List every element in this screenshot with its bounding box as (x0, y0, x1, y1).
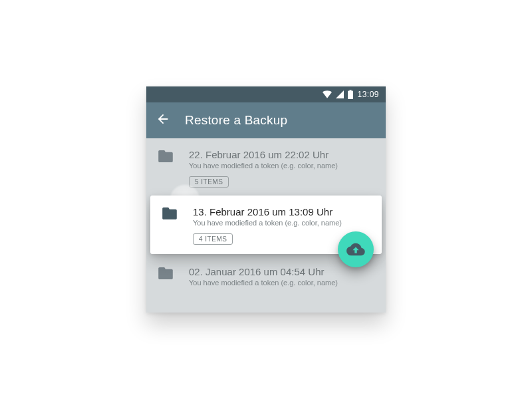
device-frame: 13:09 Restore a Backup 22. Februar 2016 … (146, 86, 386, 313)
backup-item-subtitle: You have modiefied a token (e.g. color, … (193, 219, 370, 227)
backup-item-count-chip: 5 ITEMS (189, 176, 229, 188)
backup-item-subtitle: You have modiefied a token (e.g. color, … (189, 279, 374, 287)
folder-drive-icon (162, 206, 178, 222)
svg-rect-1 (348, 91, 354, 99)
cloud-upload-icon (346, 240, 365, 259)
backup-item-title: 02. Januar 2016 um 04:54 Uhr (189, 266, 374, 277)
app-bar: Restore a Backup (146, 102, 386, 138)
backup-item-title: 22. Februar 2016 um 22:02 Uhr (189, 149, 374, 160)
back-arrow-icon[interactable] (156, 112, 170, 129)
folder-drive-icon (158, 266, 174, 282)
page-title: Restore a Backup (185, 113, 287, 128)
battery-icon (348, 90, 353, 99)
cellular-icon (336, 90, 344, 98)
svg-rect-0 (350, 90, 352, 91)
status-bar: 13:09 (146, 86, 386, 102)
backup-item-title: 13. Februar 2016 um 13:09 Uhr (193, 206, 370, 217)
folder-drive-icon (158, 149, 174, 165)
backup-item-count-chip: 4 ITEMS (193, 233, 233, 245)
upload-fab[interactable] (338, 231, 374, 267)
status-bar-clock: 13:09 (357, 90, 379, 99)
backup-list: 22. Februar 2016 um 22:02 Uhr You have m… (146, 138, 386, 293)
wifi-icon (323, 90, 332, 98)
backup-item-subtitle: You have modiefied a token (e.g. color, … (189, 162, 374, 170)
